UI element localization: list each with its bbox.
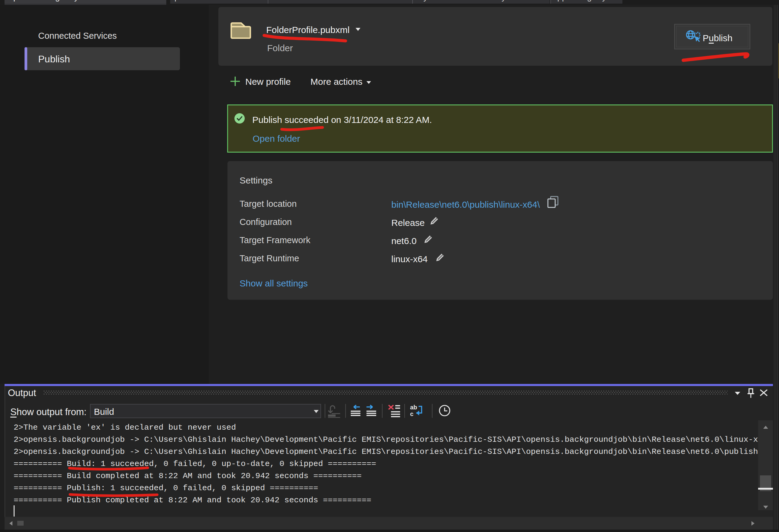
svg-text:ab: ab <box>410 404 417 411</box>
svg-text:c: c <box>410 411 413 417</box>
